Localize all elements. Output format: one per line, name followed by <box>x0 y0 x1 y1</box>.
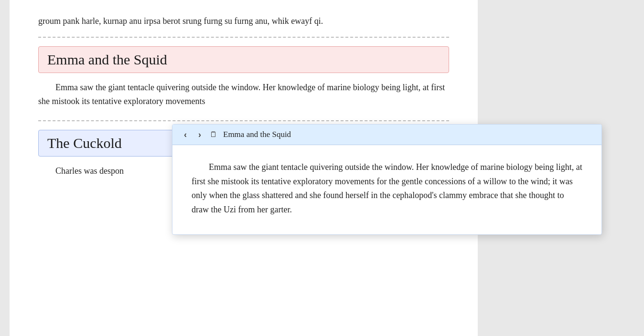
document-icon: 🗒 <box>210 130 217 139</box>
popup-header: ‹ › 🗒 Emma and the Squid <box>172 125 601 145</box>
section1-title-box: Emma and the Squid <box>38 46 449 73</box>
popup-forward-button[interactable]: › <box>195 129 204 140</box>
popup-back-button[interactable]: ‹ <box>181 129 190 140</box>
section2-title: The Cuckold <box>47 135 122 151</box>
section1-title: Emma and the Squid <box>47 52 167 67</box>
popup-body: Emma saw the giant tentacle quivering ou… <box>172 145 601 234</box>
divider-2 <box>38 120 449 121</box>
divider-1 <box>38 37 449 38</box>
popup-body-text: Emma saw the giant tentacle quivering ou… <box>192 160 582 217</box>
section1-body: Emma saw the giant tentacle quivering ou… <box>38 81 449 109</box>
popup-panel: ‹ › 🗒 Emma and the Squid Emma saw the gi… <box>172 124 602 235</box>
popup-title: Emma and the Squid <box>223 130 291 139</box>
intro-paragraph: groum pank harle, kurnap anu irpsa berot… <box>38 14 449 28</box>
